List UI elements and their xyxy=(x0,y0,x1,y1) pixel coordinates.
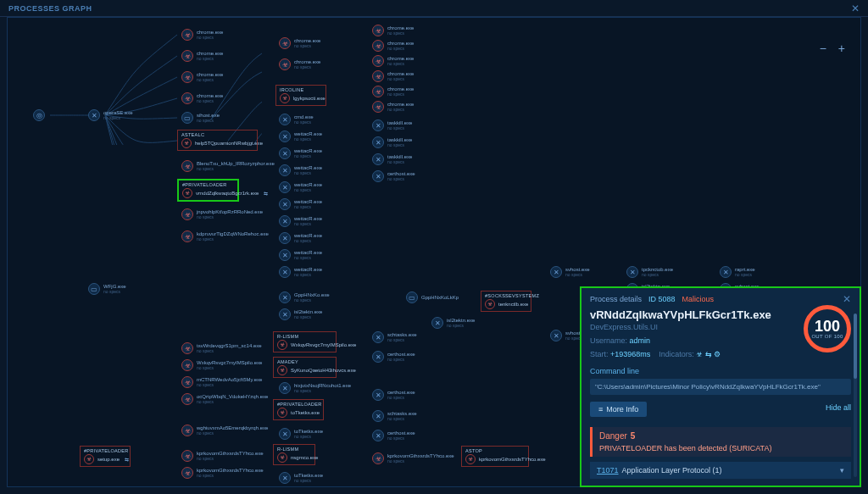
tool-icon: ✕ xyxy=(279,114,291,125)
malware-box-rlismm[interactable]: R-LISMM ☣WxkqvRsvgc7myIMSpilo.exe xyxy=(273,331,337,352)
danger-section[interactable]: Danger5 PRIVATELOADER has been detected … xyxy=(590,427,851,457)
process-node[interactable]: ☣chrome.exeno specs xyxy=(181,50,223,62)
process-node[interactable]: ✕schtasks.exeno specs xyxy=(372,410,417,422)
process-id: ID 5088 xyxy=(648,295,676,303)
malware-box-privateloader3[interactable]: #PRIVATELOADER ☣toTketks.exe xyxy=(273,399,324,420)
close-details-icon[interactable]: ✕ xyxy=(843,293,851,305)
malware-box-rlismm2[interactable]: R-LISMM ☣nsgmco.exe xyxy=(273,444,315,465)
malware-box-amadey[interactable]: AMADEY ☣SyKunoQaetoH43ihovcs.exe xyxy=(273,357,337,378)
process-node[interactable]: ☣chrome.exeno specs xyxy=(279,58,320,70)
tool-icon: ✕ xyxy=(279,382,291,394)
biohazard-icon: ☣ xyxy=(181,50,193,62)
process-node[interactable]: ☣chrome.exeno specs xyxy=(181,92,223,104)
more-info-button[interactable]: ≡ More Info xyxy=(590,402,647,417)
biohazard-icon: ☣ xyxy=(372,101,384,113)
command-line-value[interactable]: "C:\Users\admin\Pictures\Minor Policy\vR… xyxy=(590,379,851,395)
process-node[interactable]: ☣jnpvohlpKtfopRzRRoNed.exeno specs xyxy=(181,208,263,220)
process-node[interactable]: ☣chrome.exeno specs xyxy=(181,71,223,83)
biohazard-icon: ☣ xyxy=(279,58,291,70)
tool-icon: ✕ xyxy=(279,147,291,159)
malware-box-ircoline[interactable]: IRCOLINE ☣lgykpsocti.exe xyxy=(275,85,326,106)
selected-process-box[interactable]: #PRIVATELOADER ☣vrnddZqlkwaqtoBgcr1rk.ex… xyxy=(177,179,239,202)
threat-score: 100 OUT OF 100 xyxy=(804,305,851,352)
mitre-id-link[interactable]: T1071 xyxy=(597,466,619,475)
process-icon: ◎ xyxy=(33,109,45,121)
process-node[interactable]: ✕svhost.exeno specs xyxy=(550,266,590,278)
malware-box-socks[interactable]: #SOCKSSEVSYSTEMZ ☣tenknctlb.exe xyxy=(481,291,531,312)
process-node[interactable]: ☣BlenoTxu_khUp_IRRozyzphor.exeno specs xyxy=(181,160,275,172)
doc-icon: ▭ xyxy=(406,291,418,303)
process-node[interactable]: ☣chrome.exeno specs xyxy=(372,40,414,52)
process-node[interactable]: ✕certhost.exeno specs xyxy=(372,170,415,182)
doc-icon: ▭ xyxy=(181,112,193,124)
process-node[interactable]: ✕certhost.exeno specs xyxy=(372,389,415,401)
tool-icon: ✕ xyxy=(279,215,291,227)
biohazard-icon: ☣ xyxy=(181,393,193,405)
close-icon[interactable]: ✕ xyxy=(851,3,860,14)
process-node[interactable]: ✕wettacR.exeno specs xyxy=(279,249,322,261)
process-node[interactable]: ✕tpcknctob.exeno specs xyxy=(626,266,673,278)
process-node[interactable]: ✕toTketks.exeno specs xyxy=(279,428,323,440)
process-node[interactable]: ☣tsvWrdevqgrS1pm_sc14.exeno specs xyxy=(181,342,262,354)
malware-box-astop[interactable]: ASTOP ☣kprkovomGthxsrdsTYhco.exe xyxy=(461,446,529,467)
hide-all-link[interactable]: Hide all xyxy=(826,403,851,412)
process-node[interactable]: ☣kprkovomGthxsrdsTYhco.exeno specs xyxy=(181,467,264,479)
process-node[interactable]: ✕toTketks.exeno specs xyxy=(279,472,323,484)
process-node[interactable]: ✕certhost.exeno specs xyxy=(372,430,415,441)
process-node[interactable]: ✕raprt.exeno specs xyxy=(720,266,755,278)
malware-box-astealc[interactable]: ASTEALC ☣help5TQpuamionNRwbjgt.exe xyxy=(177,130,258,151)
process-node[interactable]: ✕isl2tektn.exeno specs xyxy=(279,308,322,320)
process-node[interactable]: ✕taskkill.exeno specs xyxy=(372,119,412,131)
process-node[interactable]: ▭GppHNxKoLkKp xyxy=(406,291,459,303)
biohazard-icon: ☣ xyxy=(372,86,384,97)
process-node[interactable]: ✕isl2tektn.exeno specs xyxy=(431,317,475,329)
process-node[interactable]: ✕wettacR.exeno specs xyxy=(279,266,322,278)
tool-icon: ✕ xyxy=(372,153,384,165)
process-node[interactable]: ✕wettacR.exeno specs xyxy=(279,232,322,244)
zoom-in-icon[interactable]: + xyxy=(838,42,845,55)
tool-icon: ✕ xyxy=(372,389,384,401)
score-sublabel: OUT OF 100 xyxy=(811,334,843,339)
process-node[interactable]: ▭ WFjG.exeno specs xyxy=(88,283,126,295)
process-node[interactable]: ☣chrome.exeno specs xyxy=(279,37,320,49)
process-node[interactable]: ☣kprkovomGthxsrdsTYhco.exeno specs xyxy=(181,450,264,462)
process-node[interactable]: ✕wettacR.exeno specs xyxy=(279,147,322,159)
chevron-down-icon[interactable]: ▾ xyxy=(840,466,844,475)
biohazard-icon: ☣ xyxy=(181,29,193,41)
process-node[interactable]: ✕wettacR.exeno specs xyxy=(279,130,322,142)
process-node[interactable]: ✕taskkill.exeno specs xyxy=(372,153,412,165)
malware-box-privateloader2[interactable]: #PRIVATELOADER ☣setup.exe⇆ xyxy=(80,446,131,467)
process-node[interactable]: ✕wettacR.exeno specs xyxy=(279,181,322,193)
process-node[interactable]: ☣chrome.exeno specs xyxy=(372,25,414,36)
process-node[interactable]: ☣chrome.exeno specs xyxy=(372,101,414,113)
process-node[interactable]: ☣mCTNRWedvAo5jcft5My.exeno specs xyxy=(181,376,262,388)
process-node[interactable]: ☣kdpruvurTigDZqWNoRehoc.exeno specs xyxy=(181,230,269,242)
danger-detail: PRIVATELOADER has been detected (SURICAT… xyxy=(599,444,844,452)
process-node[interactable]: ▭sihost.exeno specs xyxy=(181,112,220,124)
process-node[interactable]: ✕ operaSE.exeno specs xyxy=(88,109,133,121)
process-node[interactable]: ✕schtasks.exeno specs xyxy=(372,331,417,343)
process-node[interactable]: ✕certhost.exeno specs xyxy=(372,351,415,363)
process-node[interactable]: ☣chrome.exeno specs xyxy=(372,70,414,82)
tool-icon: ✕ xyxy=(279,181,291,193)
mitre-row[interactable]: T1071 Application Layer Protocol (1) ▾ xyxy=(590,462,851,479)
process-node[interactable]: ☣chrome.exeno specs xyxy=(372,86,414,97)
process-node[interactable]: ✕wettacR.exeno specs xyxy=(279,164,322,176)
process-node[interactable]: ☣wghiuvxmAo5Emerqkbyrqh.exeno specs xyxy=(181,425,268,436)
tool-icon: ✕ xyxy=(372,331,384,343)
process-node[interactable]: ✕wettacR.exeno specs xyxy=(279,198,322,210)
process-node[interactable]: ✕taskkill.exeno specs xyxy=(372,136,412,148)
details-title: Process details xyxy=(590,295,642,303)
zoom-out-icon[interactable]: − xyxy=(820,42,826,55)
process-node[interactable]: ☣chrome.exeno specs xyxy=(181,29,223,41)
process-node[interactable]: ☣chrome.exeno specs xyxy=(372,55,414,67)
process-node[interactable]: ✕wettacR.exeno specs xyxy=(279,215,322,227)
process-node[interactable]: ✕cmd.exeno specs xyxy=(279,114,314,125)
process-node[interactable]: ◎ xyxy=(33,109,45,121)
process-node[interactable]: ☣ocQrtpWbqN_VdokeHYzqh.exeno specs xyxy=(181,393,268,405)
process-node[interactable]: ☣kprkovomGthxsrdsTYhco.exeno specs xyxy=(372,452,454,464)
process-node[interactable]: ✕hixjutxNsojRNcuhot1.exeno specs xyxy=(279,382,351,394)
process-node[interactable]: ✕GppHNxKo.exeno specs xyxy=(279,291,330,303)
biohazard-icon: ☣ xyxy=(277,340,287,350)
process-node[interactable]: ☣WxkqvRsvgc7myIMSpilo.exeno specs xyxy=(181,359,262,371)
